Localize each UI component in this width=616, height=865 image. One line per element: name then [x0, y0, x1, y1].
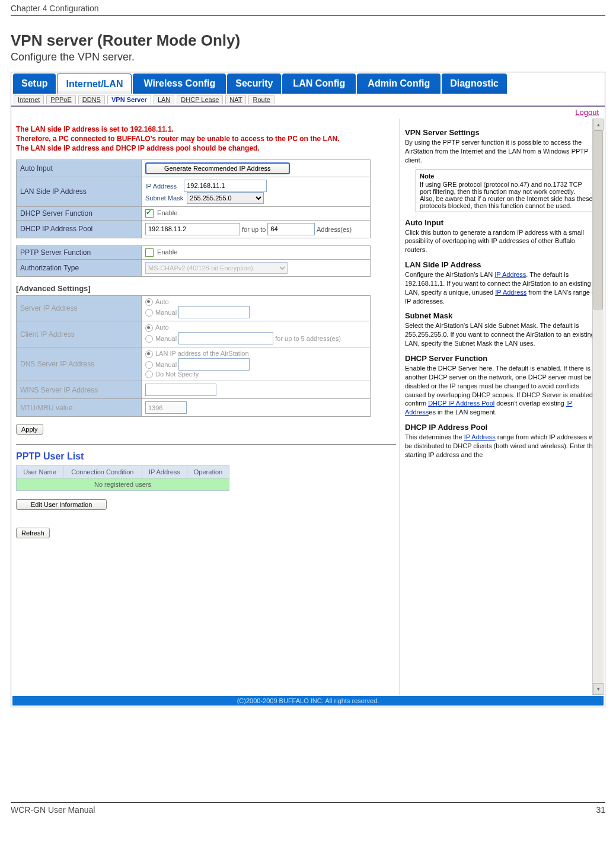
server-ip-auto-radio — [145, 298, 153, 306]
help-lanip-link1[interactable]: IP Address — [494, 271, 526, 278]
subtab-nat[interactable]: NAT — [225, 95, 246, 104]
edit-user-button[interactable]: Edit User Information — [16, 499, 107, 510]
addresses-text: Address(es) — [317, 225, 352, 232]
row-auto-input-label: Auto Input — [17, 159, 142, 177]
user-col-ip: IP Address — [142, 466, 187, 478]
client-ip-manual-radio — [145, 335, 153, 343]
ip-address-input[interactable] — [184, 180, 267, 192]
help-auto-input-para: Click this button to generate a random I… — [405, 228, 599, 255]
tab-wireless-config[interactable]: Wireless Config — [133, 74, 226, 94]
help-panel: VPN Server Settings By using the PPTP se… — [400, 119, 604, 695]
mtu-input — [145, 401, 187, 414]
help-scrollbar[interactable]: ▴ ▾ — [592, 119, 604, 695]
client-ip-auto-radio — [145, 324, 153, 332]
help-note-label: Note — [420, 173, 595, 180]
subtab-pppoe[interactable]: PPPoE — [46, 95, 75, 104]
user-col-condition: Connection Condition — [63, 466, 142, 478]
help-pool-para: This determines the IP Address range fro… — [405, 433, 599, 459]
subtab-internet[interactable]: Internet — [14, 95, 44, 104]
subtab-dhcp-lease[interactable]: DHCP Lease — [177, 95, 223, 104]
generate-ip-button[interactable]: Generate Recommended IP Address — [145, 162, 290, 174]
scroll-down-icon[interactable]: ▾ — [593, 683, 604, 695]
main-tabs: Setup Internet/LAN Wireless Config Secur… — [11, 72, 605, 94]
section-title: VPN server (Router Mode Only) — [11, 31, 605, 50]
client-ip-auto-text: Auto — [155, 324, 169, 331]
row-mtu-label: MTU/MRU value — [17, 399, 142, 417]
dns-lanip-radio — [145, 350, 153, 358]
auth-type-select: MS-CHAPv2 (40/128-bit Encryption) — [145, 262, 288, 274]
help-lanip-title: LAN Side IP Address — [405, 260, 599, 269]
client-ip-suffix: for up to 5 address(es) — [275, 334, 341, 341]
client-ip-manual-text: Manual — [155, 334, 177, 341]
help-lanip-link2[interactable]: IP Address — [495, 289, 526, 296]
ip-address-sublabel: IP Address — [145, 182, 177, 189]
dhcp-enable-checkbox[interactable] — [145, 209, 154, 218]
subtab-route[interactable]: Route — [248, 95, 274, 104]
dns-none-text: Do Not Specify — [155, 371, 199, 378]
pptp-user-list-title: PPTP User List — [16, 451, 396, 462]
client-ip-manual-input — [178, 332, 273, 344]
pptp-enable-text: Enable — [157, 248, 177, 256]
section-subtitle: Configure the VPN server. — [11, 51, 605, 63]
refresh-button[interactable]: Refresh — [16, 528, 50, 538]
server-ip-manual-radio — [145, 309, 153, 317]
doc-footer-left: WCR-GN User Manual — [11, 805, 95, 815]
user-col-operation: Operation — [187, 466, 229, 478]
help-pool-link[interactable]: IP Address — [464, 433, 496, 441]
row-pptp-server-label: PPTP Server Function — [17, 245, 142, 259]
help-note-box: Note If using GRE protocol (protocol no.… — [416, 170, 599, 212]
tab-security[interactable]: Security — [227, 74, 281, 94]
help-subnet-title: Subnet Mask — [405, 311, 599, 320]
help-lanip-para: Configure the AirStation's LAN IP Addres… — [405, 270, 599, 305]
help-dhcp-title: DHCP Server Function — [405, 354, 599, 363]
tab-diagnostic[interactable]: Diagnostic — [442, 74, 507, 94]
user-col-name: User Name — [17, 466, 63, 478]
tab-setup[interactable]: Setup — [13, 74, 56, 94]
user-list-empty: No registered users — [17, 478, 229, 491]
scroll-thumb[interactable] — [593, 130, 603, 309]
dns-manual-input — [178, 358, 250, 371]
dhcp-pool-start-input[interactable] — [145, 223, 240, 235]
dns-manual-radio — [145, 361, 153, 369]
row-wins-label: WINS Server IP Address — [17, 381, 142, 399]
apply-button[interactable]: Apply — [16, 424, 43, 435]
wins-input — [145, 384, 216, 396]
help-dhcp-link1[interactable]: DHCP IP Address Pool — [428, 400, 494, 407]
help-vpn-settings-para: By using the PPTP server function it is … — [405, 138, 599, 165]
pptp-enable-checkbox[interactable] — [145, 248, 154, 257]
tab-internet-lan[interactable]: Internet/LAN — [57, 74, 132, 94]
subtab-vpn-server[interactable]: VPN Server — [107, 95, 151, 104]
sub-tabs: Internet PPPoE DDNS VPN Server LAN DHCP … — [11, 94, 605, 107]
router-admin-screenshot: Setup Internet/LAN Wireless Config Secur… — [11, 72, 605, 707]
server-ip-manual-text: Manual — [155, 309, 177, 316]
help-vpn-settings-title: VPN Server Settings — [405, 128, 599, 137]
help-subnet-para: Select the AirStation's LAN side Subnet … — [405, 321, 599, 348]
dhcp-enable-text: Enable — [157, 209, 177, 216]
help-pool-title: DHCP IP Address Pool — [405, 423, 599, 432]
main-form-area: The LAN side IP address is set to 192.16… — [12, 119, 400, 695]
row-dhcp-pool-label: DHCP IP Address Pool — [17, 220, 142, 238]
subtab-lan[interactable]: LAN — [154, 95, 174, 104]
help-note-body: If using GRE protocol (protocol no.47) a… — [420, 181, 593, 209]
warning-text: The LAN side IP address is set to 192.16… — [16, 125, 396, 154]
row-dns-label: DNS Server IP Address — [17, 347, 142, 381]
server-ip-manual-input — [178, 306, 250, 318]
tab-lan-config[interactable]: LAN Config — [282, 74, 356, 94]
subtab-ddns[interactable]: DDNS — [78, 95, 105, 104]
dns-manual-text: Manual — [155, 360, 177, 368]
doc-footer-page: 31 — [596, 805, 605, 815]
subnet-mask-select[interactable]: 255.255.255.0 — [187, 192, 264, 204]
help-auto-input-title: Auto Input — [405, 218, 599, 227]
dns-lanip-text: LAN IP address of the AirStation — [155, 350, 249, 357]
help-dhcp-para: Enable the DHCP Server here. The default… — [405, 364, 599, 417]
tab-admin-config[interactable]: Admin Config — [357, 74, 441, 94]
server-ip-auto-text: Auto — [155, 298, 169, 305]
for-up-to-text: for up to — [242, 225, 266, 232]
row-auth-type-label: Authorization Type — [17, 259, 142, 276]
advanced-settings-title: [Advanced Settings] — [16, 284, 396, 293]
scroll-up-icon[interactable]: ▴ — [593, 119, 604, 130]
row-lan-ip-label: LAN Side IP Address — [17, 177, 142, 206]
dhcp-pool-count-input[interactable] — [267, 223, 315, 235]
logout-link[interactable]: Logout — [575, 108, 599, 117]
dns-none-radio — [145, 371, 153, 378]
